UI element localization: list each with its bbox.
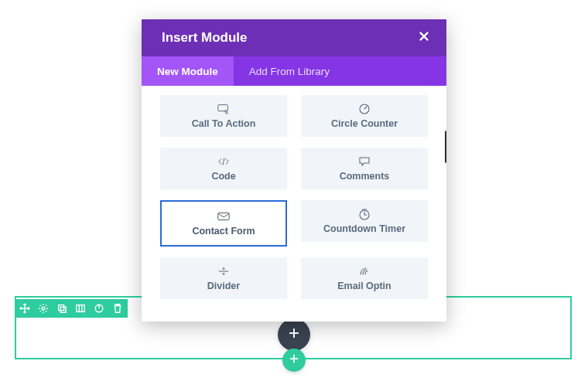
- module-divider[interactable]: Divider: [160, 257, 287, 299]
- plus-icon: [288, 327, 300, 342]
- tab-new-module[interactable]: New Module: [142, 56, 234, 86]
- add-section-button[interactable]: [282, 349, 306, 372]
- svg-rect-7: [218, 213, 229, 220]
- module-call-to-action[interactable]: Call To Action: [160, 95, 287, 137]
- module-label: Circle Counter: [331, 118, 398, 129]
- svg-point-0: [42, 307, 45, 310]
- close-icon: [419, 30, 429, 45]
- modal-header: Insert Module: [142, 19, 446, 56]
- comments-icon: [357, 155, 371, 168]
- module-grid: Call To Action Circle Counter Code Comme…: [160, 95, 428, 299]
- svg-rect-3: [77, 305, 85, 312]
- contact-form-icon: [217, 210, 231, 223]
- section-toolbar: [15, 299, 128, 318]
- module-label: Countdown Timer: [323, 223, 405, 234]
- trash-icon[interactable]: [112, 303, 123, 314]
- module-label: Call To Action: [192, 118, 256, 129]
- email-optin-icon: [357, 265, 371, 277]
- countdown-icon: [357, 208, 371, 220]
- add-module-floating-button[interactable]: [278, 318, 310, 351]
- scrollbar-thumb[interactable]: [445, 131, 446, 163]
- tab-add-from-library[interactable]: Add From Library: [234, 56, 345, 86]
- plus-icon: [289, 353, 299, 367]
- gear-icon[interactable]: [38, 303, 49, 314]
- columns-icon[interactable]: [75, 303, 86, 314]
- module-label: Contact Form: [192, 226, 255, 237]
- modal-title: Insert Module: [162, 30, 248, 46]
- insert-module-modal: Insert Module New Module Add From Librar…: [142, 19, 446, 322]
- module-circle-counter[interactable]: Circle Counter: [301, 95, 428, 137]
- module-label: Email Optin: [337, 281, 391, 291]
- tab-label: Add From Library: [249, 66, 330, 77]
- power-icon[interactable]: [94, 303, 104, 314]
- module-code[interactable]: Code: [160, 148, 287, 189]
- module-contact-form[interactable]: Contact Form: [160, 200, 287, 247]
- svg-rect-1: [59, 305, 64, 311]
- module-countdown-timer[interactable]: Countdown Timer: [301, 200, 428, 242]
- modal-body: Call To Action Circle Counter Code Comme…: [142, 86, 446, 322]
- module-label: Code: [211, 171, 235, 182]
- svg-rect-2: [60, 307, 66, 312]
- move-icon[interactable]: [19, 303, 30, 314]
- tab-label: New Module: [157, 66, 218, 77]
- circle-counter-icon: [357, 103, 371, 115]
- module-label: Comments: [340, 171, 390, 182]
- module-email-optin[interactable]: Email Optin: [301, 257, 428, 299]
- close-button[interactable]: [419, 30, 429, 46]
- module-comments[interactable]: Comments: [301, 148, 428, 189]
- code-icon: [217, 155, 231, 168]
- modal-tabs: New Module Add From Library: [142, 56, 446, 86]
- duplicate-icon[interactable]: [56, 303, 67, 314]
- divider-icon: [217, 265, 231, 277]
- call-to-action-icon: [217, 103, 231, 115]
- module-label: Divider: [207, 281, 240, 291]
